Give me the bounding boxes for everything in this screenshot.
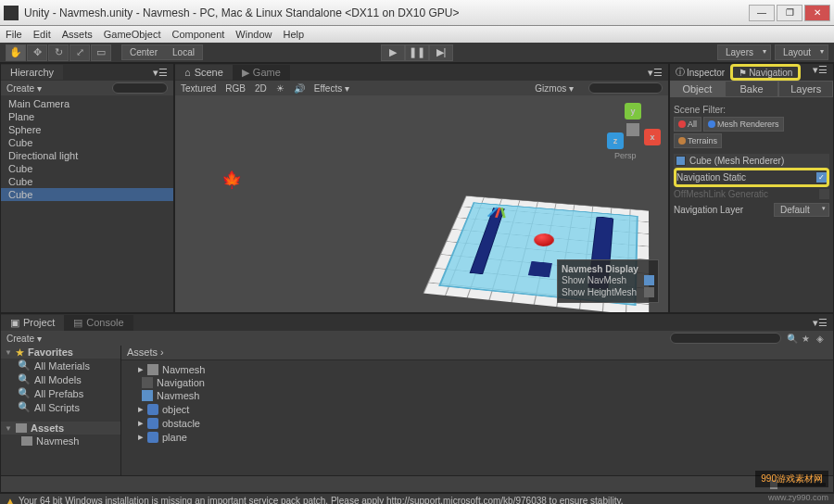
hierarchy-create-dropdown[interactable]: Create ▾	[6, 83, 42, 94]
maximize-button[interactable]: ❐	[777, 5, 802, 21]
nav-static-checkbox[interactable]: ✓	[816, 172, 827, 183]
nav-static-label: Navigation Static	[676, 172, 746, 183]
nav-layer-dropdown[interactable]: Default	[774, 203, 829, 217]
panel-menu-icon[interactable]: ▾☰	[807, 64, 833, 81]
window-titlebar: Unity - Navmesh.unity - Navmesh - PC, Ma…	[0, 0, 834, 26]
console-tab[interactable]: ▤ Console	[64, 315, 133, 331]
navigation-tab[interactable]: ⚑ Navigation	[730, 64, 801, 81]
pause-button[interactable]: ❚❚	[405, 44, 429, 61]
hierarchy-item[interactable]: Directional light	[1, 149, 173, 162]
inspector-tab[interactable]: ⓘ Inspector	[670, 64, 730, 81]
menu-help[interactable]: Help	[283, 29, 304, 40]
favorite-item[interactable]: 🔍All Models	[1, 372, 120, 386]
project-create-dropdown[interactable]: Create ▾	[6, 334, 42, 344]
main-toolbar: ✋ ✥ ↻ ⤢ ▭ Center Local ▶ ❚❚ ▶| Layers La…	[0, 43, 834, 63]
orientation-gizmo[interactable]: y x z Persp	[605, 103, 661, 168]
light-toggle-icon[interactable]: ☀	[276, 83, 284, 94]
pivot-local[interactable]: Local	[165, 45, 202, 59]
bake-subtab[interactable]: Bake	[725, 81, 779, 97]
type-filter-icon[interactable]: ◈	[816, 333, 828, 344]
assets-folder-item[interactable]: Navmesh	[1, 435, 120, 447]
rotate-tool-icon[interactable]: ↻	[48, 44, 69, 61]
menu-window[interactable]: Window	[235, 29, 272, 40]
gizmo-cube[interactable]	[626, 123, 639, 136]
status-message[interactable]: Your 64 bit Windows installation is miss…	[19, 496, 624, 504]
object-enabled-checkbox[interactable]	[676, 156, 686, 166]
hierarchy-tab[interactable]: Hierarchy	[1, 65, 63, 80]
scene-search-input[interactable]	[588, 82, 663, 94]
object-subtab[interactable]: Object	[670, 81, 725, 97]
hierarchy-panel: Hierarchy ▾☰ Create ▾ Main Camera Plane …	[0, 63, 174, 313]
rect-tool-icon[interactable]: ▭	[91, 44, 111, 61]
layers-dropdown[interactable]: Layers	[717, 44, 771, 60]
offmesh-checkbox[interactable]	[819, 189, 829, 199]
hierarchy-item[interactable]: Cube	[1, 175, 173, 188]
gizmo-y-axis[interactable]: y	[625, 103, 641, 120]
breadcrumb[interactable]: Assets ›	[121, 346, 833, 360]
panel-menu-icon[interactable]: ▾☰	[807, 317, 833, 329]
gizmos-dropdown[interactable]: Gizmos ▾	[535, 83, 574, 94]
favorite-item[interactable]: 🔍All Scripts	[1, 400, 120, 414]
favorites-filter-icon[interactable]: ★	[802, 333, 813, 344]
filter-all-button[interactable]: All	[674, 117, 701, 132]
hierarchy-item[interactable]: Cube	[1, 162, 173, 175]
hierarchy-item[interactable]: Sphere	[1, 123, 173, 136]
pivot-center[interactable]: Center	[122, 45, 165, 59]
menu-component[interactable]: Component	[171, 29, 224, 40]
filter-terrain-button[interactable]: Terrains	[674, 133, 722, 148]
app-icon	[4, 6, 19, 20]
favorites-header[interactable]: ▼★Favorites	[1, 346, 120, 359]
project-tab[interactable]: ▣ Project	[1, 315, 64, 331]
audio-toggle-icon[interactable]: 🔊	[294, 83, 305, 94]
asset-item[interactable]: ▸object	[121, 402, 833, 416]
hierarchy-item[interactable]: Cube	[1, 136, 173, 149]
scene-viewport[interactable]: 🍁 y x z Persp Navmesh Display Sho	[175, 95, 668, 312]
asset-item[interactable]: Navmesh	[121, 389, 833, 402]
game-tab[interactable]: ▶ Game	[233, 65, 290, 81]
asset-item[interactable]: ▸plane	[121, 430, 833, 444]
hierarchy-item-selected[interactable]: Cube	[1, 188, 173, 201]
move-tool-icon[interactable]: ✥	[27, 44, 47, 61]
panel-menu-icon[interactable]: ▾☰	[642, 67, 668, 79]
nav-layer-row: Navigation Layer Default	[674, 201, 829, 219]
rgb-dropdown[interactable]: RGB	[225, 83, 246, 94]
effects-dropdown[interactable]: Effects ▾	[314, 83, 349, 94]
panel-menu-icon[interactable]: ▾☰	[147, 67, 173, 79]
menu-assets[interactable]: Assets	[62, 29, 93, 40]
search-filter-icon[interactable]: 🔍	[787, 333, 798, 344]
favorite-item[interactable]: 🔍All Materials	[1, 359, 120, 372]
asset-item[interactable]: Navigation	[121, 376, 833, 389]
hierarchy-item[interactable]: Plane	[1, 110, 173, 123]
scene-tab[interactable]: ⌂ Scene	[175, 65, 233, 80]
asset-item[interactable]: ▸Navmesh	[121, 362, 833, 376]
mode-2d-toggle[interactable]: 2D	[255, 83, 267, 94]
layers-subtab[interactable]: Layers	[778, 81, 833, 97]
menu-file[interactable]: File	[6, 29, 22, 40]
gizmo-z-axis[interactable]: z	[607, 132, 624, 149]
asset-item[interactable]: ▸obstacle	[121, 416, 833, 430]
play-button[interactable]: ▶	[381, 44, 405, 61]
hierarchy-search-input[interactable]	[112, 82, 168, 94]
perspective-label[interactable]: Persp	[614, 151, 637, 160]
gizmo-x-axis[interactable]: x	[644, 129, 661, 145]
project-search-input[interactable]	[670, 333, 781, 344]
hand-tool-icon[interactable]: ✋	[6, 44, 26, 61]
object-header: Cube (Mesh Renderer)	[674, 154, 829, 168]
statusbar: ▲ Your 64 bit Windows installation is mi…	[0, 493, 834, 504]
assets-header[interactable]: ▼Assets	[1, 422, 120, 435]
shading-dropdown[interactable]: Textured	[181, 83, 216, 94]
project-sidebar: ▼★Favorites 🔍All Materials 🔍All Models 🔍…	[1, 346, 121, 475]
show-heightmesh-checkbox[interactable]	[644, 287, 654, 297]
menu-edit[interactable]: Edit	[33, 29, 51, 40]
step-button[interactable]: ▶|	[429, 44, 453, 61]
project-panel: ▣ Project ▤ Console ▾☰ Create ▾ 🔍 ★ ◈ ▼★…	[0, 313, 834, 493]
minimize-button[interactable]: —	[749, 5, 775, 21]
filter-mesh-button[interactable]: Mesh Renderers	[703, 117, 784, 132]
favorite-item[interactable]: 🔍All Prefabs	[1, 386, 120, 400]
layout-dropdown[interactable]: Layout	[775, 44, 828, 60]
close-button[interactable]: ✕	[804, 5, 830, 21]
hierarchy-item[interactable]: Main Camera	[1, 97, 173, 110]
show-navmesh-checkbox[interactable]	[644, 275, 654, 285]
menu-gameobject[interactable]: GameObject	[104, 29, 161, 40]
scale-tool-icon[interactable]: ⤢	[70, 44, 90, 61]
